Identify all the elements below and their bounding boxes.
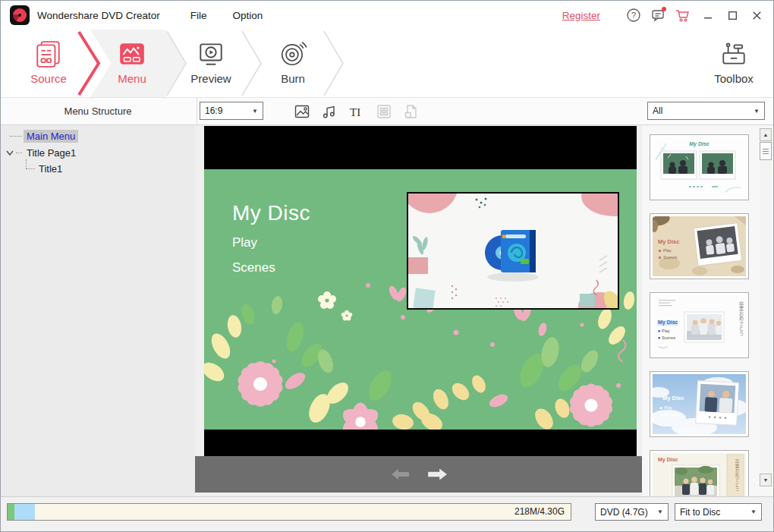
scroll-down-button[interactable]: ▼ xyxy=(760,474,772,486)
template-thumbnail-4[interactable]: My Disc Play Scenes xyxy=(650,371,749,437)
template-filter-select[interactable]: All ▼ xyxy=(647,102,765,120)
tree-item-main-menu[interactable]: Main Menu xyxy=(24,129,78,143)
svg-text:TI: TI xyxy=(350,106,360,118)
menu-file[interactable]: File xyxy=(190,10,207,21)
template-menu-item: Play xyxy=(664,406,672,411)
background-music-button[interactable] xyxy=(319,102,339,121)
text-button[interactable]: TI xyxy=(347,102,367,121)
scroll-up-button[interactable]: ▲ xyxy=(760,128,772,141)
notification-badge xyxy=(662,7,666,11)
step-menu[interactable]: Menu xyxy=(96,30,168,97)
template-thumbnail-2[interactable]: My Disc Play Scenes xyxy=(650,213,749,279)
aspect-ratio-value: 16:9 xyxy=(205,105,222,116)
template-gallery: My Disc xyxy=(642,125,773,496)
step-burn-label: Burn xyxy=(281,72,305,85)
maximize-button[interactable] xyxy=(722,6,743,24)
template-menu-item: Scenes xyxy=(663,256,677,260)
burn-icon xyxy=(278,39,307,68)
source-icon xyxy=(34,39,63,68)
template-menu-item: Scenes xyxy=(664,413,678,417)
capacity-used-video-segment xyxy=(8,504,14,520)
toolbox-label: Toolbox xyxy=(714,72,754,85)
disc-title-text[interactable]: My Disc xyxy=(232,201,310,225)
template-menu-item: Play xyxy=(663,249,672,253)
feedback-icon[interactable] xyxy=(650,7,666,24)
close-button[interactable] xyxy=(746,6,767,24)
template-filter-value: All xyxy=(653,105,662,116)
template-menu-item: Scenes xyxy=(662,336,675,341)
scrollbar-track[interactable] xyxy=(760,128,772,487)
template-thumbnail-3[interactable]: My Disc Play Scenes 卒業おめでとう xyxy=(650,292,749,358)
disc-type-value: DVD (4.7G) xyxy=(600,507,648,518)
music-icon xyxy=(321,103,338,120)
step-preview[interactable]: Preview xyxy=(175,30,247,97)
file-icon xyxy=(403,103,420,120)
aspect-ratio-select[interactable]: 16:9 ▼ xyxy=(200,102,263,120)
tree-connector xyxy=(16,153,22,153)
register-link[interactable]: Register xyxy=(562,10,600,21)
template-art xyxy=(653,216,746,276)
template-thumbnail-5[interactable]: My Disc 卒業おめでとう xyxy=(650,450,749,496)
step-burn[interactable]: Burn xyxy=(256,30,329,97)
template-vertical-text: 卒業おめでとう xyxy=(738,301,744,336)
play-menu-item[interactable]: Play xyxy=(232,235,257,250)
tree-connector xyxy=(26,168,35,169)
workflow-ribbon: Source Menu Preview xyxy=(1,30,773,98)
fit-to-disc-value: Fit to Disc xyxy=(680,507,720,518)
step-menu-label: Menu xyxy=(118,72,146,85)
scenes-menu-item[interactable]: Scenes xyxy=(232,260,275,275)
divider xyxy=(197,98,197,124)
tree-item-label: Title Page1 xyxy=(24,146,79,159)
video-thumbnail[interactable] xyxy=(407,192,619,310)
step-source-label: Source xyxy=(30,72,67,85)
menu-structure-header: Menu Structure xyxy=(1,98,195,124)
help-icon[interactable]: ? xyxy=(625,7,642,24)
template-title: My Disc xyxy=(658,239,679,245)
template-title: My Disc xyxy=(662,395,684,401)
toolbox-button[interactable]: Toolbox xyxy=(697,30,770,97)
previous-page-arrow-icon[interactable] xyxy=(389,467,412,482)
menu-preview-screen: My Disc Play Scenes xyxy=(204,126,637,456)
menu-structure-panel: Main Menu Title Page1 Title1 xyxy=(1,125,195,496)
template-vertical-text: 卒業おめでとう xyxy=(735,459,739,491)
app-window: Wondershare DVD Creator File Option Regi… xyxy=(0,0,774,532)
template-art xyxy=(653,374,746,434)
next-page-arrow-icon[interactable] xyxy=(426,467,448,482)
chevron-down-icon: ▼ xyxy=(750,508,757,515)
tree-item-label: Main Menu xyxy=(24,130,78,143)
template-menu-item: Play xyxy=(662,329,670,334)
capacity-usage-text: 218M/4.30G xyxy=(514,504,565,520)
fit-to-disc-select[interactable]: Fit to Disc ▼ xyxy=(675,503,762,521)
step-preview-label: Preview xyxy=(190,72,231,85)
disc-type-select[interactable]: DVD (4.7G) ▼ xyxy=(595,503,669,521)
capacity-used-menu-segment xyxy=(14,504,35,520)
text-icon: TI xyxy=(348,103,365,120)
menu-canvas[interactable]: My Disc Play Scenes xyxy=(204,169,637,430)
disc-capacity-bar: 218M/4.30G xyxy=(7,503,571,521)
tree-item-label: Title1 xyxy=(36,162,65,175)
video-frame-art xyxy=(408,194,618,308)
toolbox-icon xyxy=(719,39,748,68)
minimize-button[interactable] xyxy=(697,6,719,24)
background-image-button[interactable] xyxy=(292,102,312,121)
tree-connector xyxy=(10,136,22,137)
frames-button xyxy=(374,102,394,121)
menu-option[interactable]: Option xyxy=(233,10,263,21)
preview-area: My Disc Play Scenes xyxy=(195,125,642,496)
app-logo-icon xyxy=(10,5,30,25)
step-source[interactable]: Source xyxy=(12,30,85,97)
tree-expander-icon[interactable] xyxy=(5,148,14,157)
cart-icon[interactable] xyxy=(674,7,691,24)
page-navigation-strip xyxy=(195,456,642,493)
image-icon xyxy=(294,103,310,120)
tree-item-title1[interactable]: Title1 xyxy=(36,162,65,175)
template-thumbnail-1[interactable]: My Disc xyxy=(650,134,749,200)
template-art xyxy=(653,295,746,355)
scrollbar-thumb[interactable] xyxy=(760,142,772,160)
app-title: Wondershare DVD Creator xyxy=(37,10,160,21)
chevron-down-icon: ▼ xyxy=(754,108,760,115)
tree-item-title-page1[interactable]: Title Page1 xyxy=(24,146,79,159)
template-title: My Disc xyxy=(658,320,678,325)
status-bar: 218M/4.30G DVD (4.7G) ▼ Fit to Disc ▼ xyxy=(1,496,773,531)
tool-row: Menu Structure 16:9 ▼ TI xyxy=(1,98,773,125)
